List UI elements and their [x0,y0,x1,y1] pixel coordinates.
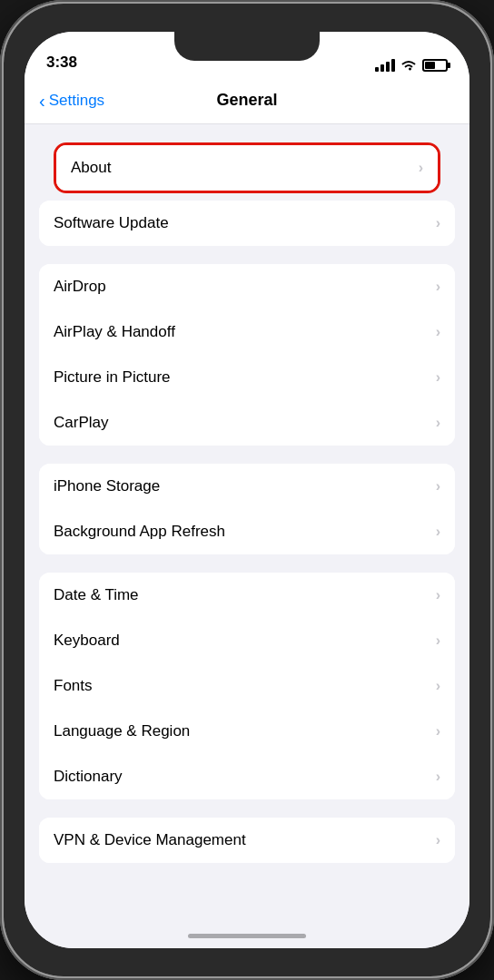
language-region-item[interactable]: Language & Region › [39,709,455,754]
iphone-storage-label: iPhone Storage [54,477,160,495]
language-region-label: Language & Region [54,722,190,740]
iphone-storage-chevron-icon: › [436,478,440,495]
dictionary-item[interactable]: Dictionary › [39,754,455,799]
connectivity-section: AirDrop › AirPlay & Handoff › Picture in… [39,264,455,446]
vpn-section: VPN & Device Management › [39,818,455,863]
keyboard-chevron-icon: › [436,632,440,649]
back-chevron-icon: ‹ [39,92,45,110]
background-app-refresh-item[interactable]: Background App Refresh › [39,509,455,554]
vpn-device-management-chevron-icon: › [436,832,440,848]
locale-section: Date & Time › Keyboard › Fonts › Languag… [39,573,455,799]
fonts-chevron-icon: › [436,678,440,694]
storage-section: iPhone Storage › Background App Refresh … [39,464,455,554]
software-update-section: Software Update › [39,201,455,246]
airdrop-label: AirDrop [54,278,106,296]
about-section-highlighted: About › [54,142,440,193]
language-region-chevron-icon: › [436,723,440,740]
airdrop-item[interactable]: AirDrop › [39,264,455,309]
page-title: General [216,91,277,110]
phone-screen: 3:38 ‹ Settings General [25,32,469,948]
about-chevron-icon: › [419,160,423,176]
background-app-refresh-label: Background App Refresh [54,523,225,541]
airplay-handoff-item[interactable]: AirPlay & Handoff › [39,309,455,355]
carplay-item[interactable]: CarPlay › [39,400,455,446]
home-indicator [25,923,469,948]
date-time-chevron-icon: › [436,587,440,603]
picture-in-picture-chevron-icon: › [436,369,440,386]
nav-bar: ‹ Settings General [25,77,469,124]
phone-frame: 3:38 ‹ Settings General [0,0,494,980]
settings-content: About › Software Update › AirDrop › [25,124,469,923]
signal-icon [375,59,395,72]
carplay-label: CarPlay [54,414,108,432]
software-update-chevron-icon: › [436,215,440,231]
airplay-handoff-chevron-icon: › [436,324,440,340]
about-item[interactable]: About › [56,145,438,191]
back-button[interactable]: ‹ Settings [39,92,104,110]
status-icons [375,59,448,72]
vpn-device-management-label: VPN & Device Management [54,831,246,849]
keyboard-label: Keyboard [54,632,120,650]
airplay-handoff-label: AirPlay & Handoff [54,323,175,341]
dictionary-label: Dictionary [54,768,123,786]
software-update-item[interactable]: Software Update › [39,201,455,246]
notch [174,32,320,61]
back-label: Settings [49,92,104,110]
carplay-chevron-icon: › [436,415,440,431]
about-label: About [71,159,111,177]
airdrop-chevron-icon: › [436,279,440,295]
wifi-icon [400,59,417,72]
date-time-label: Date & Time [54,586,139,604]
battery-icon [422,59,448,72]
picture-in-picture-item[interactable]: Picture in Picture › [39,355,455,400]
background-app-refresh-chevron-icon: › [436,524,440,540]
home-bar [188,934,306,938]
fonts-item[interactable]: Fonts › [39,663,455,709]
keyboard-item[interactable]: Keyboard › [39,618,455,663]
vpn-device-management-item[interactable]: VPN & Device Management › [39,818,455,863]
fonts-label: Fonts [54,677,93,695]
iphone-storage-item[interactable]: iPhone Storage › [39,464,455,509]
picture-in-picture-label: Picture in Picture [54,368,171,387]
status-time: 3:38 [46,54,77,72]
date-time-item[interactable]: Date & Time › [39,573,455,618]
software-update-label: Software Update [54,214,169,232]
dictionary-chevron-icon: › [436,769,440,785]
